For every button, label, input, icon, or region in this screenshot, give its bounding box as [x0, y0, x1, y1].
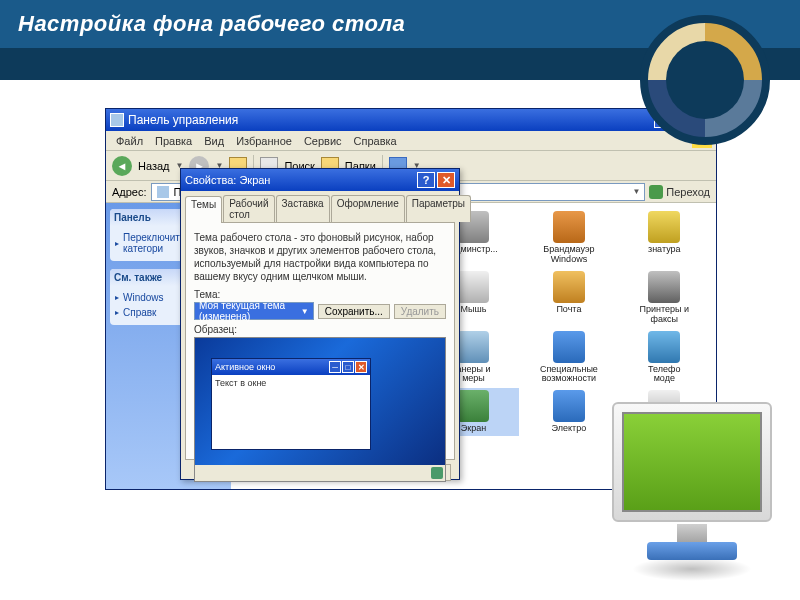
sample-max-icon: □ [342, 361, 354, 373]
menu-help[interactable]: Справка [348, 135, 403, 147]
decorative-badge [640, 15, 770, 145]
menu-view[interactable]: Вид [198, 135, 230, 147]
sample-taskbar [195, 465, 445, 481]
help-button[interactable]: ? [417, 172, 435, 188]
cp-small-icon [156, 185, 170, 199]
dlg-title-buttons: ? ✕ [417, 172, 455, 188]
cp-item-label: Экран [461, 424, 486, 434]
sample-title: Активное окно [215, 362, 275, 372]
cp-item-label: Мышь [461, 305, 487, 315]
menu-tools[interactable]: Сервис [298, 135, 348, 147]
cp-item[interactable]: знатура [619, 209, 710, 267]
save-theme-button[interactable]: Сохранить... [318, 304, 390, 319]
cp-item-icon [648, 331, 680, 363]
cp-item-icon [553, 331, 585, 363]
cp-item-label: анеры и меры [457, 365, 491, 385]
cp-item-label: Электро [552, 424, 587, 434]
address-dropdown-icon[interactable]: ▼ [632, 187, 640, 196]
cp-item-icon [648, 271, 680, 303]
preview-area: Активное окно ─ □ ✕ Текст в окне [194, 337, 446, 482]
tab-desktop[interactable]: Рабочий стол [223, 195, 274, 222]
sample-window: Активное окно ─ □ ✕ Текст в окне [211, 358, 371, 450]
tab-screensaver[interactable]: Заставка [276, 195, 330, 222]
cp-item-label: Брандмауэр Windows [543, 245, 594, 265]
cp-item[interactable]: Специальные возможности [523, 329, 614, 387]
go-button[interactable]: Переход [649, 185, 710, 199]
back-label[interactable]: Назад [138, 160, 170, 172]
sample-min-icon: ─ [329, 361, 341, 373]
recycle-icon [431, 467, 443, 479]
cp-item-icon [553, 390, 585, 422]
menu-file[interactable]: Файл [110, 135, 149, 147]
monitor-graphic [592, 402, 792, 592]
dlg-title-text: Свойства: Экран [185, 174, 270, 186]
cp-item[interactable]: Принтеры и факсы [619, 269, 710, 327]
cp-title: Панель управления [128, 113, 238, 127]
cp-item-label: Специальные возможности [540, 365, 598, 385]
cp-item-label: Принтеры и факсы [640, 305, 690, 325]
cp-icon [110, 113, 124, 127]
cp-item-icon [553, 271, 585, 303]
tab-themes[interactable]: Темы [185, 196, 222, 223]
sample-titlebar: Активное окно ─ □ ✕ [212, 359, 370, 375]
cp-item-icon [553, 211, 585, 243]
tab-appearance[interactable]: Оформление [331, 195, 405, 222]
sample-close-icon: ✕ [355, 361, 367, 373]
tabs: Темы Рабочий стол Заставка Оформление Па… [181, 191, 459, 222]
cp-item-icon [648, 211, 680, 243]
cp-item[interactable]: Брандмауэр Windows [523, 209, 614, 267]
theme-description: Тема рабочего стола - это фоновый рисуно… [194, 231, 446, 283]
sample-text: Текст в окне [212, 375, 370, 391]
cp-item[interactable]: Телефо моде [619, 329, 710, 387]
go-icon [649, 185, 663, 199]
menu-favorites[interactable]: Избранное [230, 135, 298, 147]
menubar: Файл Правка Вид Избранное Сервис Справка [106, 131, 716, 151]
cp-item-label: Почта [556, 305, 581, 315]
back-icon[interactable]: ◄ [112, 156, 132, 176]
dlg-close-button[interactable]: ✕ [437, 172, 455, 188]
theme-label: Тема: [194, 289, 446, 300]
theme-value: Моя текущая тема (изменена) [199, 300, 301, 322]
display-properties-dialog: Свойства: Экран ? ✕ Темы Рабочий стол За… [180, 168, 460, 480]
slide-title: Настройка фона рабочего стола [18, 11, 405, 37]
tab-settings[interactable]: Параметры [406, 195, 471, 222]
cp-item-icon [457, 331, 489, 363]
menu-edit[interactable]: Правка [149, 135, 198, 147]
theme-row: Моя текущая тема (изменена) ▼ Сохранить.… [194, 302, 446, 320]
theme-dropdown-icon[interactable]: ▼ [301, 307, 309, 316]
cp-item-label: знатура [648, 245, 681, 255]
dlg-titlebar[interactable]: Свойства: Экран ? ✕ [181, 169, 459, 191]
cp-titlebar[interactable]: Панель управления ─ □ ✕ [106, 109, 716, 131]
cp-item-label: Телефо моде [648, 365, 680, 385]
tab-body: Тема рабочего стола - это фоновый рисуно… [185, 222, 455, 460]
cp-item[interactable]: Почта [523, 269, 614, 327]
address-label: Адрес: [112, 186, 147, 198]
go-label: Переход [666, 186, 710, 198]
theme-select[interactable]: Моя текущая тема (изменена) ▼ [194, 302, 314, 320]
preview-label: Образец: [194, 324, 446, 335]
cp-item-icon [457, 390, 489, 422]
cp-item-icon [457, 271, 489, 303]
delete-theme-button: Удалить [394, 304, 446, 319]
